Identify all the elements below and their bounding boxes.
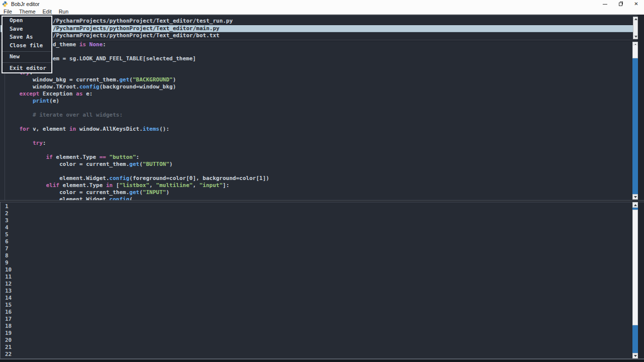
code-line: except Exception as e: [0,90,632,98]
code-editor[interactable]: d_theme is None: em = sg.LOOK_AND_FEEL_T… [0,41,632,200]
window-title: BobJr editor [11,1,40,7]
line-number: 11 [1,274,632,281]
code-line: try: [0,69,632,76]
menu-item-exit-editor[interactable]: Exit editor [3,64,51,73]
line-number: 20 [1,337,632,344]
menubar-item-run[interactable]: Run [58,9,69,15]
titlebar: BobJr editor ✕ [0,0,644,8]
file-list-item[interactable]: /PycharmProjects/pythonProject/Text_edit… [1,32,637,40]
bottom-scrollbar-thumb[interactable] [632,210,638,325]
line-number: 3 [1,217,632,224]
line-number: 21 [1,344,632,351]
bottom-scrollbar[interactable] [632,202,638,358]
code-line: try: [0,140,632,147]
menu-item-close-file[interactable]: Close file [3,42,51,50]
code-line: em = sg.LOOK_AND_FEEL_TABLE[selected_the… [0,55,632,62]
line-number: 19 [1,330,632,337]
minimize-icon [603,4,607,5]
code-line: if element.Type == "button": [0,154,632,161]
code-line: print(e) [0,98,632,105]
menu-item-open[interactable]: Open [3,17,51,25]
window-bottom-gap [0,359,644,362]
line-number: 4 [1,224,632,231]
code-line: color = current_them.get("INPUT") [0,189,632,196]
code-line: elif element.Type in ["listbox", "multil… [0,182,632,189]
python-logo-icon [2,1,8,7]
bottom-text-panel[interactable]: 12345678910111213141516171819202122 [0,202,632,358]
bottom-scroll-up-button[interactable] [632,202,638,208]
arrow-down-icon [634,196,637,198]
line-number: 1 [1,203,632,210]
file-list-item[interactable]: /PycharmProjects/pythonProject/Text_edit… [1,25,637,33]
app-window: { "window": { "title": "BobJr editor" },… [0,0,644,362]
code-line: # iterate over all widgets: [0,112,632,119]
arrow-up-icon [634,204,637,206]
file-list-scrollbar[interactable] [633,17,638,39]
line-number: 9 [1,259,632,266]
code-line: element.Widget.config( [0,196,632,200]
code-line: for v, element in window.AllKeysDict.ite… [0,126,632,133]
line-number: 13 [1,288,632,295]
code-scroll-down-button[interactable] [632,194,638,200]
menu-item-new[interactable]: New [3,53,51,61]
menu-item-save[interactable]: Save [3,25,51,34]
line-number: 8 [1,252,632,259]
menu-item-save-as[interactable]: Save As [3,33,51,42]
code-line: color = current_them.get("BUTTON") [0,161,632,168]
menubar-item-theme[interactable]: Theme [18,9,37,15]
bottom-scroll-down-button[interactable] [632,353,638,358]
scroll-up-icon [634,18,637,20]
code-line: d_theme is None: [0,41,632,48]
file-listbox[interactable]: /PycharmProjects/pythonProject/Text_edit… [1,15,637,40]
line-number: 6 [1,238,632,245]
minimize-button[interactable] [597,0,613,8]
line-number: 2 [1,210,632,217]
window-controls: ✕ [597,0,644,8]
line-number: 22 [1,351,632,358]
code-line: window_bkg = current_them.get("BACKGROUN… [0,76,632,83]
code-line: element.Widget.config(foreground=color[0… [0,175,632,182]
scroll-down-icon [634,36,637,38]
menubar-item-file[interactable]: File [3,9,13,15]
line-number: 18 [1,323,632,330]
menubar: FileThemeEditRun [0,8,644,15]
code-scrollbar-thumb[interactable] [632,45,638,58]
line-numbers: 12345678910111213141516171819202122 [1,203,632,358]
line-number: 17 [1,316,632,323]
line-number: 5 [1,231,632,238]
file-list-item[interactable]: /PycharmProjects/pythonProject/Text_edit… [1,18,637,25]
file-menu: OpenSaveSave AsClose fileNewExit editor [2,16,52,73]
arrow-down-icon [634,355,637,357]
restore-icon [619,3,622,6]
code-content: d_theme is None: em = sg.LOOK_AND_FEEL_T… [0,41,632,200]
code-scrollbar-track[interactable] [632,47,638,194]
line-number: 14 [1,295,632,302]
close-icon: ✕ [634,2,638,7]
menubar-item-edit[interactable]: Edit [42,9,53,15]
code-scrollbar[interactable] [632,42,638,200]
line-number: 16 [1,309,632,316]
line-number: 7 [1,245,632,252]
line-number: 12 [1,281,632,288]
line-number: 15 [1,302,632,309]
code-line: window.TKroot.config(background=window_b… [0,83,632,90]
line-number: 10 [1,266,632,274]
close-button[interactable]: ✕ [628,0,644,8]
maximize-button[interactable] [613,0,628,8]
